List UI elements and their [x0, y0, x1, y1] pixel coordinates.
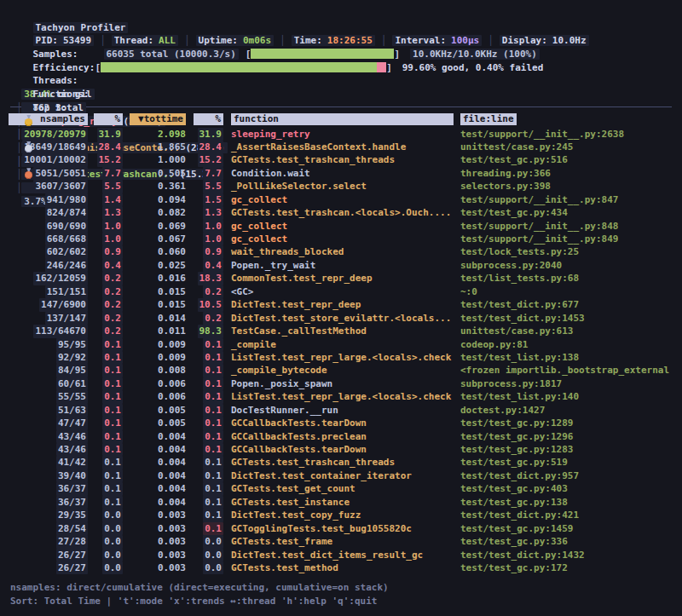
- table-row[interactable]: 29/35 0.0 0.003 0.1 DictTest.test_copy_f…: [9, 509, 682, 521]
- table-row[interactable]: 43/46 0.1 0.004 0.1 GCCallbackTests.prec…: [9, 430, 682, 443]
- file-line-cell: test/test_gc.py:1296: [460, 431, 573, 442]
- table-row[interactable]: 668/668 1.0 0.067 1.0 gc_collect test/su…: [9, 233, 682, 245]
- pct-cumulative-cell: 18.3: [198, 272, 224, 285]
- display-field: Display:10.0Hz: [500, 35, 589, 46]
- tottime-cell: 0.004: [158, 444, 186, 455]
- nsamples-cell: 51/63: [56, 404, 88, 417]
- pct-cumulative-cell: 0.2: [203, 285, 223, 298]
- functions-row: Functions: 862 total │ 458 exec │ 404 st…: [0, 74, 682, 88]
- nsamples-cell: 690/690: [45, 220, 88, 233]
- table-row[interactable]: 18649/18649 28.4 1.865 28.4 _AssertRaise…: [9, 141, 682, 153]
- function-cell: CommonTest.test_repr_deep: [231, 273, 373, 284]
- file-line-cell: test/test_gc.py:138: [460, 497, 568, 508]
- table-row[interactable]: 47/47 0.1 0.005 0.1 GCCallbackTests.tear…: [9, 417, 682, 429]
- table-row[interactable]: 113/64670 0.2 0.011 98.3 TestCase._callT…: [9, 325, 682, 337]
- nsamples-cell: 92/92: [56, 351, 88, 364]
- table-row[interactable]: 690/690 1.0 0.069 1.0 gc_collect test/su…: [9, 220, 682, 233]
- column-header-nsamples[interactable]: nsamples: [9, 113, 88, 125]
- tottime-cell: 0.008: [158, 365, 186, 376]
- pct-cumulative-cell: 28.4: [198, 141, 224, 153]
- file-line-cell: test/test_gc.py:1459: [460, 523, 573, 534]
- file-line-cell: test/test_dict.py:1453: [460, 313, 585, 324]
- footer-legend: nsamples: direct/cumulative (direct=exec…: [0, 581, 682, 595]
- tottime-cell: 0.016: [158, 273, 186, 284]
- pct-cumulative-cell: 1.0: [203, 233, 223, 245]
- tottime-cell: 0.005: [158, 405, 186, 416]
- pct-cumulative-cell: 0.2: [203, 312, 223, 325]
- column-header-tottime-sorted[interactable]: ▼tottime: [130, 113, 186, 125]
- table-row[interactable]: 824/874 1.3 0.082 1.3 GCTests.test_trash…: [9, 206, 682, 219]
- function-cell: GCTests.test_method: [231, 562, 338, 573]
- pct-direct-cell: 0.0: [102, 549, 123, 561]
- table-row[interactable]: 36/37 0.1 0.004 0.1 GCTests.test_get_cou…: [9, 482, 682, 495]
- table-row[interactable]: 51/63 0.1 0.005 0.1 DocTestRunner.__run …: [9, 404, 682, 417]
- pct-direct-cell: 0.0: [102, 509, 123, 521]
- tottime-cell: 0.003: [158, 509, 186, 521]
- table-row[interactable]: 55/55 0.1 0.006 0.1 ListTest.test_repr_l…: [9, 390, 682, 403]
- nsamples-cell: 26/27: [56, 549, 88, 561]
- pct-direct-cell: 0.1: [102, 390, 123, 403]
- function-cell: GCTests.test_frame: [231, 536, 332, 547]
- table-row[interactable]: 3607/3607 5.5 0.361 5.5 _PollLikeSelecto…: [9, 180, 682, 193]
- column-header-file-line[interactable]: file:line: [460, 113, 517, 125]
- table-row[interactable]: 39/40 0.1 0.004 0.1 DictTest.test_contai…: [9, 469, 682, 482]
- pct-direct-cell: 0.2: [102, 325, 123, 337]
- pct-direct-cell: 0.1: [102, 404, 123, 417]
- table-row[interactable]: 10001/10002 15.2 1.000 15.2 GCTests.test…: [9, 153, 682, 166]
- function-cell: gc_collect: [231, 221, 287, 232]
- function-cell: DictTest.test_copy_fuzz: [231, 509, 361, 521]
- samples-bar-open-bracket: [: [246, 49, 251, 60]
- table-row[interactable]: 20978/20979 31.9 2.098 31.9 sleeping_ret…: [9, 128, 682, 141]
- file-line-cell: unittest/case.py:613: [460, 325, 573, 337]
- table-row[interactable]: 43/46 0.1 0.004 0.1 GCCallbackTests.tear…: [9, 443, 682, 456]
- table-row[interactable]: 41/42 0.1 0.004 0.1 GCTests.test_trashca…: [9, 456, 682, 469]
- nsamples-cell: 941/980: [45, 193, 88, 206]
- table-row[interactable]: 26/27 0.0 0.003 0.0 GCTests.test_method …: [9, 561, 682, 574]
- pct-cumulative-cell: 0.0: [203, 535, 223, 548]
- table-row[interactable]: 26/27 0.0 0.003 0.0 DictTest.test_dict_i…: [9, 549, 682, 561]
- function-cell: Condition.wait: [231, 168, 310, 179]
- table-row[interactable]: 28/54 0.0 0.003 0.1 GCTogglingTests.test…: [9, 522, 682, 535]
- column-header-function[interactable]: function: [231, 113, 454, 125]
- tottime-cell: 0.015: [158, 286, 186, 297]
- column-header-pct-cumulative[interactable]: %: [194, 113, 223, 125]
- pct-direct-cell: 1.4: [102, 193, 123, 206]
- function-cell: gc_collect: [231, 194, 287, 205]
- table-row[interactable]: 60/61 0.1 0.006 0.1 Popen._posix_spawn s…: [9, 377, 682, 390]
- table-row[interactable]: 151/151 0.2 0.015 0.2 <GC> ~:0: [9, 285, 682, 298]
- column-header-pct-direct[interactable]: %: [94, 113, 123, 125]
- pct-cumulative-cell: 1.0: [203, 220, 223, 233]
- table-row[interactable]: 246/246 0.4 0.025 0.4 Popen._try_wait su…: [9, 259, 682, 272]
- pct-direct-cell: 0.1: [102, 351, 123, 364]
- efficiency-label: Efficiency:: [33, 61, 95, 75]
- tottime-cell: 0.082: [158, 207, 186, 218]
- tottime-cell: 0.003: [158, 523, 186, 534]
- tottime-cell: 0.015: [158, 299, 186, 310]
- table-row[interactable]: 36/37 0.1 0.004 0.1 GCTests.test_instanc…: [9, 496, 682, 509]
- file-line-cell: test/test_gc.py:1289: [460, 417, 573, 429]
- table-row[interactable]: 602/602 0.9 0.060 0.9 wait_threads_block…: [9, 245, 682, 258]
- threads-label: Threads:: [33, 74, 95, 88]
- table-row[interactable]: 5051/5051 7.7 0.505 7.7 Condition.wait t…: [9, 167, 682, 180]
- table-row[interactable]: 137/147 0.2 0.014 0.2 DictTest.test_stor…: [9, 312, 682, 325]
- function-cell: gc_collect: [231, 233, 287, 245]
- table-row[interactable]: 92/92 0.1 0.009 0.1 ListTest.test_repr_l…: [9, 351, 682, 364]
- function-cell: DictTest.test_dict_items_result_gc: [231, 550, 423, 561]
- tottime-cell: 0.014: [158, 313, 186, 324]
- function-cell: sleeping_retry: [231, 129, 310, 140]
- table-row[interactable]: 147/6900 0.2 0.015 10.5 DictTest.test_re…: [9, 298, 682, 311]
- nsamples-cell: 151/151: [45, 285, 88, 298]
- pct-cumulative-cell: 5.5: [203, 180, 223, 193]
- pct-direct-cell: 0.0: [102, 522, 123, 535]
- pid-field: PID:53499: [33, 35, 95, 46]
- pct-cumulative-cell: 31.9: [198, 128, 224, 141]
- table-row[interactable]: 27/28 0.0 0.003 0.0 GCTests.test_frame t…: [9, 535, 682, 548]
- table-row[interactable]: 95/95 0.1 0.009 0.1 _compile codeop.py:8…: [9, 338, 682, 351]
- thread-field[interactable]: Thread:ALL: [112, 35, 178, 46]
- table-row[interactable]: 84/95 0.1 0.008 0.1 _compile_bytecode <f…: [9, 364, 682, 377]
- table-row[interactable]: 162/12059 0.2 0.016 18.3 CommonTest.test…: [9, 272, 682, 285]
- footer: nsamples: direct/cumulative (direct=exec…: [0, 581, 682, 607]
- tottime-cell: 0.094: [158, 194, 186, 205]
- table-row[interactable]: 941/980 1.4 0.094 1.5 gc_collect test/su…: [9, 193, 682, 206]
- pct-cumulative-cell: 10.5: [198, 298, 224, 311]
